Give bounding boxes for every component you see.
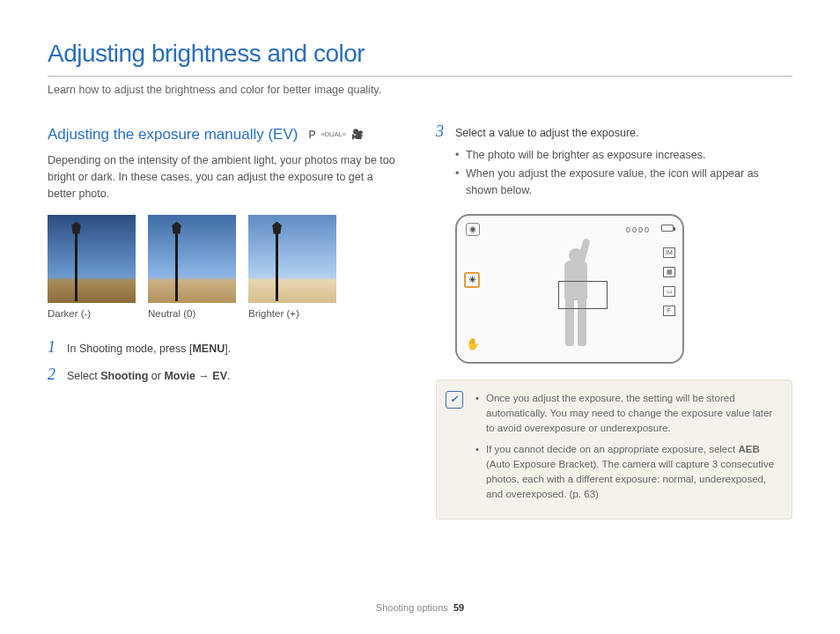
card-icon: ▭ [663, 286, 675, 297]
right-column: 3 Select a value to adjust the exposure.… [436, 123, 792, 520]
intro-text: Learn how to adjust the brightness and c… [48, 82, 792, 99]
label-darker: Darker (-) [48, 306, 136, 321]
mode-p-icon: P [308, 127, 315, 143]
t: In Shooting mode, press [ [67, 343, 192, 355]
camera-mode-icon: ◉ [466, 223, 480, 237]
t: Select a value to adjust the exposure. [455, 127, 638, 139]
aeb-label: AEB [738, 444, 759, 454]
step-3: 3 Select a value to adjust the exposure.… [436, 123, 792, 202]
step-number: 2 [48, 366, 60, 385]
t: . [227, 370, 230, 382]
thumb-neutral [148, 215, 236, 303]
right-icon-stack: IM ▦ ▭ F [663, 247, 675, 316]
ev-indicator-icon: ☀ [464, 272, 480, 288]
step-3-text: Select a value to adjust the exposure. T… [455, 123, 792, 202]
menu-label: MENU [192, 343, 225, 355]
step-2-text: Select Shooting or Movie → EV. [67, 366, 404, 385]
page-title: Adjusting brightness and color [48, 35, 792, 77]
bullet: When you adjust the exposure value, the … [455, 166, 792, 199]
label-neutral: Neutral (0) [148, 306, 236, 321]
note-box: ✓ Once you adjust the exposure, the sett… [436, 380, 792, 520]
t: Select [67, 370, 100, 382]
note-icon: ✓ [446, 391, 463, 409]
example-thumbnails [48, 215, 404, 303]
battery-icon [661, 225, 674, 232]
shooting-label: Shooting [100, 370, 148, 382]
thumb-labels: Darker (-) Neutral (0) Brighter (+) [48, 306, 404, 321]
t: (Auto Exposure Bracket). The camera will… [486, 459, 774, 500]
note-item: If you cannot decide on an appropriate e… [475, 442, 779, 503]
thumb-darker [48, 215, 136, 303]
stabilization-icon: ✋ [466, 335, 480, 353]
step-1-text: In Shooting mode, press [MENU]. [67, 339, 404, 358]
mode-icons: P «DUAL» 🎥 [308, 127, 363, 143]
focus-frame [558, 281, 608, 309]
step-number: 1 [48, 339, 60, 358]
shot-counter: 0000 [626, 225, 651, 237]
footer-section: Shooting options [376, 602, 448, 613]
size-icon: IM [663, 247, 675, 258]
note-item: Once you adjust the exposure, the settin… [475, 391, 779, 437]
step-3-bullets: The photo will be brighter as exposure i… [455, 147, 792, 199]
mode-movie-icon: 🎥 [351, 127, 364, 142]
page-footer: Shooting options 59 [0, 601, 840, 616]
t: ]. [225, 343, 231, 355]
step-2: 2 Select Shooting or Movie → EV. [48, 366, 404, 385]
ev-label: EV [212, 370, 227, 382]
step-number: 3 [436, 123, 448, 202]
mode-dual-label: DUAL [325, 130, 343, 138]
bullet: The photo will be brighter as exposure i… [455, 147, 792, 164]
step-1: 1 In Shooting mode, press [MENU]. [48, 339, 404, 358]
arrow-icon: → [195, 370, 212, 382]
thumb-brighter [248, 215, 336, 303]
section-header: Adjusting the exposure manually (EV) P «… [48, 123, 404, 146]
section-title: Adjusting the exposure manually (EV) [48, 123, 298, 146]
grid-icon: ▦ [663, 267, 675, 277]
page-number: 59 [453, 602, 464, 613]
mode-dual-icon: «DUAL» [321, 129, 345, 140]
flash-icon: F [663, 306, 675, 316]
movie-label: Movie [164, 370, 195, 382]
section-body: Depending on the intensity of the ambien… [48, 152, 404, 202]
left-column: Adjusting the exposure manually (EV) P «… [48, 123, 404, 520]
camera-screen-illustration: ◉ 0000 ☀ IM ▦ ▭ F ✋ [455, 214, 684, 364]
content-columns: Adjusting the exposure manually (EV) P «… [48, 123, 792, 520]
t: or [148, 370, 164, 382]
label-brighter: Brighter (+) [248, 306, 336, 321]
t: If you cannot decide on an appropriate e… [486, 444, 738, 454]
